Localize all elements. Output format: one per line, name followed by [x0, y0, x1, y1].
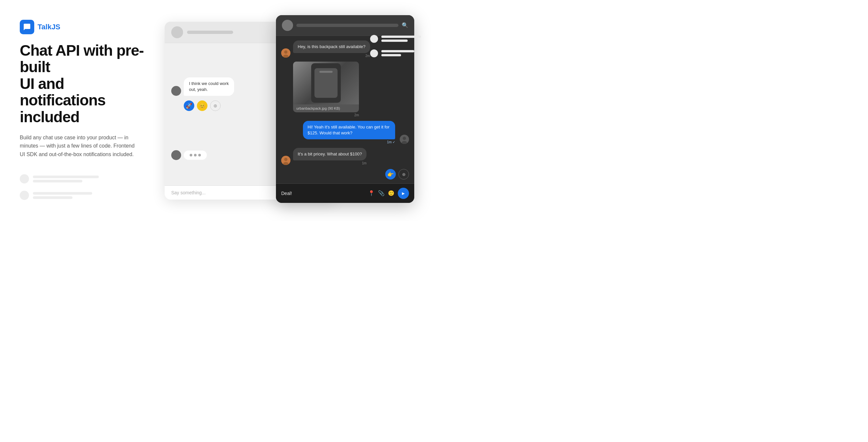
- dot-2: [194, 154, 196, 156]
- headline: Chat API with pre-built UI and notificat…: [20, 42, 145, 125]
- dark-msg-row-3: Hi! Yeah it's still available. You can g…: [281, 121, 409, 144]
- search-icon[interactable]: 🔍: [402, 22, 408, 28]
- subtitle: Build any chat use case into your produc…: [20, 134, 138, 159]
- dark-emoji-row: 👉 ⊕: [281, 169, 409, 179]
- deco-lines-1: [381, 36, 421, 42]
- deco-skeletons: [370, 35, 421, 57]
- header-name-bar: [187, 31, 233, 34]
- skel-bar: [33, 180, 82, 182]
- msg-avatar-typing: [171, 150, 181, 160]
- right-column: Hello! I saw you wSega Saturn, thecould …: [165, 15, 414, 206]
- skel-circle-1: [20, 174, 29, 183]
- dark-avatar-header: [282, 20, 293, 31]
- headline-line1: Chat API with pre-built: [20, 42, 144, 76]
- dark-avatar-sm-1: [281, 49, 290, 58]
- deco-line: [381, 39, 408, 42]
- skel-circle-2: [20, 191, 29, 200]
- deco-line: [381, 36, 421, 38]
- dots-bubble: [184, 150, 207, 160]
- deco-line: [381, 54, 401, 56]
- dark-msg-row-4: It's a bit pricey. What about $100? 1m: [281, 148, 409, 165]
- msg-avatar-1: [171, 86, 181, 96]
- deco-row-1: [370, 35, 421, 43]
- footer-input[interactable]: [281, 191, 365, 196]
- skel-bars-1: [33, 176, 99, 182]
- deco-lines-2: [381, 50, 414, 56]
- deco-row-2: [370, 50, 421, 57]
- logo-text: TalkJS: [37, 23, 60, 31]
- chat-dark-body: Hey, is this backpack still available? 2…: [276, 36, 414, 183]
- skeleton-row-1: [20, 173, 145, 185]
- chat-dark-footer: 📍 📎 🙂 ►: [276, 183, 414, 203]
- msg-with-time-4: It's a bit pricey. What about $100? 1m: [293, 148, 367, 165]
- dark-msg-row-attachment: urbanbackpack.jpg (90 KB) 2m: [281, 62, 409, 117]
- logo-row: TalkJS: [20, 20, 145, 34]
- skel-bar: [33, 192, 92, 195]
- msg-time-3: 1m ✓: [387, 140, 395, 144]
- skeleton-row-2: [20, 189, 145, 201]
- deco-circle-1: [370, 35, 378, 43]
- img-filename: urbanbackpack.jpg (90 KB): [293, 105, 359, 112]
- dark-emoji-btn-send[interactable]: 👉: [385, 169, 396, 179]
- checkmark: ✓: [393, 140, 395, 144]
- dot-3: [198, 154, 201, 156]
- sent-msg-container-1: Hi! Yeah it's still available. You can g…: [303, 121, 395, 144]
- dark-emoji-btn-add[interactable]: ⊕: [398, 169, 409, 179]
- chat-icon: [23, 23, 31, 31]
- svg-point-1: [284, 50, 287, 54]
- emoji-btn-smile[interactable]: 😊: [197, 100, 208, 111]
- dark-bubble-received-1: Hey, is this backpack still available?: [293, 40, 370, 53]
- headline-line3: included: [20, 108, 80, 125]
- dark-avatar-sm-2: [281, 156, 290, 165]
- attachment-icon[interactable]: 📎: [378, 190, 384, 196]
- svg-point-4: [403, 137, 406, 140]
- page: TalkJS Chat API with pre-built UI and no…: [0, 0, 434, 221]
- user-avatar-icon-2: [281, 156, 290, 165]
- dark-name-bar: [297, 24, 398, 27]
- dark-bubble-sent-1: Hi! Yeah it's still available. You can g…: [303, 121, 395, 139]
- user-avatar-icon-sent: [400, 135, 409, 144]
- msg-time-4: 1m: [293, 161, 367, 165]
- user-avatar-icon-1: [281, 49, 290, 58]
- avatar-circle: [171, 26, 183, 38]
- dot-1: [190, 154, 192, 156]
- bubble-received-1: I think we could workout, yeah.: [184, 78, 234, 96]
- skel-bars-2: [33, 192, 92, 199]
- msg-time-1: 2m: [293, 54, 370, 58]
- msg-with-time-1: Hey, is this backpack still available? 2…: [293, 40, 370, 58]
- svg-point-7: [284, 158, 287, 161]
- dark-bubble-received-2: It's a bit pricey. What about $100?: [293, 148, 367, 160]
- image-attachment: urbanbackpack.jpg (90 KB): [293, 62, 359, 112]
- logo-icon[interactable]: [20, 20, 34, 34]
- send-button[interactable]: ►: [398, 188, 409, 199]
- input-placeholder: Say something...: [171, 190, 206, 195]
- deco-line: [381, 50, 414, 52]
- chat-dark-header: 🔍: [276, 15, 414, 36]
- location-icon[interactable]: 📍: [368, 190, 375, 196]
- emoji-picker-icon[interactable]: 🙂: [388, 190, 395, 196]
- left-column: TalkJS Chat API with pre-built UI and no…: [20, 20, 145, 202]
- dark-avatar-sm-sent: [400, 135, 409, 144]
- emoji-btn-rocket[interactable]: 🚀: [184, 100, 194, 111]
- emoji-btn-add[interactable]: ⊕: [210, 100, 221, 111]
- img-preview: [293, 62, 359, 105]
- attachment-container: urbanbackpack.jpg (90 KB) 2m: [293, 62, 359, 117]
- skel-bar: [33, 196, 72, 199]
- deco-circle-2: [370, 50, 378, 57]
- skel-bar: [33, 176, 99, 178]
- msg-time-attachment: 2m: [293, 113, 359, 117]
- headline-line2: UI and notifications: [20, 75, 105, 109]
